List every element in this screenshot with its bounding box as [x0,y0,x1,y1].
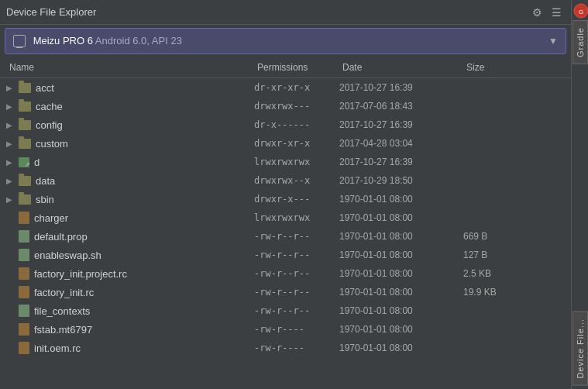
file-date: 1970-01-01 08:00 [339,268,463,279]
table-row[interactable]: init.oem.rc-rw-r----1970-01-01 08:00 [0,339,571,357]
file-name: sbin [36,194,54,205]
right-sidebar: G Gradle Device File... [571,0,588,389]
expand-arrow-icon[interactable]: ▶ [6,195,15,204]
table-row[interactable]: fstab.mt6797-rw-r----1970-01-01 08:00 [0,320,571,339]
file-permissions: dr-x------ [254,119,339,130]
table-row[interactable]: ▶acctdr-xr-xr-x2017-10-27 16:39 [0,78,571,97]
file-name: fstab.mt6797 [34,324,92,336]
file-size: 2.5 KB [463,268,525,279]
file-size: 669 B [463,231,525,242]
file-permissions: -rw-r--r-- [254,287,339,298]
file-date: 2017-10-29 18:50 [339,175,463,186]
file-date: 1970-01-01 08:00 [339,194,463,205]
gradle-logo: G [573,3,587,17]
folder-icon [19,120,31,130]
file-permissions: -rw-r---- [254,343,339,353]
file-date: 1970-01-01 08:00 [339,305,463,316]
expand-arrow-icon[interactable]: ▶ [6,121,15,129]
table-row[interactable]: ▶datadrwxrwx--x2017-10-29 18:50 [0,171,571,190]
table-row[interactable]: file_contexts-rw-r--r--1970-01-01 08:00 [0,301,571,320]
folder-icon [19,83,31,93]
table-row[interactable]: chargerlrwxrwxrwx1970-01-01 08:00 [0,208,571,227]
file-lock-icon [19,212,29,224]
table-row[interactable]: ▶customdrwxr-xr-x2017-04-28 03:04 [0,134,571,153]
header-date: Date [339,60,463,74]
file-size: 19.9 KB [463,287,525,298]
header-name: Name [6,60,254,74]
table-header: Name Permissions Date Size [0,57,571,78]
symlink-icon [19,157,29,167]
table-row[interactable]: ▶dlrwxrwxrwx2017-10-27 16:39 [0,153,571,171]
table-row[interactable]: ▶configdr-x------2017-10-27 16:39 [0,115,571,134]
file-permissions: -rw-r---- [254,324,339,335]
folder-icon [19,194,31,205]
file-name: charger [34,212,68,224]
main-panel: Device File Explorer ⚙ ☰ Meizu PRO 6 And… [0,0,571,389]
file-name: data [36,175,55,187]
expand-arrow-icon[interactable]: ▶ [6,177,15,185]
table-row[interactable]: factory_init.project.rc-rw-r--r--1970-01… [0,264,571,283]
file-lock-icon [19,323,29,336]
table-row[interactable]: enableswap.sh-rw-r--r--1970-01-01 08:001… [0,246,571,264]
file-icon [19,305,29,317]
table-row[interactable]: default.prop-rw-r--r--1970-01-01 08:0066… [0,227,571,246]
device-selector[interactable]: Meizu PRO 6 Android 6.0, API 23 ▼ [5,28,566,54]
file-list[interactable]: ▶acctdr-xr-xr-x2017-10-27 16:39▶cachedrw… [0,78,571,389]
file-name: custom [36,138,68,150]
folder-icon [19,176,31,186]
expand-arrow-icon[interactable]: ▶ [6,84,15,92]
device-file-tab[interactable]: Device File... [573,312,588,386]
file-name: d [34,157,40,168]
file-permissions: lrwxrwxrwx [254,212,339,223]
settings-icon[interactable]: ⚙ [529,5,545,20]
file-date: 2017-10-27 16:39 [339,82,463,93]
window-title: Device File Explorer [6,6,96,18]
expand-arrow-icon[interactable]: ▶ [6,102,15,111]
file-date: 2017-07-06 18:43 [339,101,463,112]
file-icon [19,230,29,243]
menu-icon[interactable]: ☰ [548,5,565,20]
device-name: Meizu PRO 6 [33,35,93,46]
file-name: acct [36,82,54,94]
file-permissions: drwxrwx--x [254,175,339,186]
expand-arrow-icon[interactable]: ▶ [6,139,15,148]
file-date: 1970-01-01 08:00 [339,250,463,260]
file-name: file_contexts [34,305,90,317]
title-bar: Device File Explorer ⚙ ☰ [0,0,571,25]
table-row[interactable]: factory_init.rc-rw-r--r--1970-01-01 08:0… [0,283,571,301]
file-name: init.oem.rc [34,343,81,354]
title-actions: ⚙ ☰ [529,5,565,20]
header-permissions: Permissions [254,60,339,74]
file-date: 1970-01-01 08:00 [339,324,463,335]
file-date: 1970-01-01 08:00 [339,343,463,353]
folder-icon [19,102,31,112]
file-permissions: -rw-r--r-- [254,231,339,242]
file-size: 127 B [463,250,525,260]
file-name: factory_init.project.rc [34,268,127,280]
table-row[interactable]: ▶sbindrwxr-x---1970-01-01 08:00 [0,190,571,208]
file-name: enableswap.sh [34,250,101,261]
expand-arrow-icon[interactable]: ▶ [6,158,15,167]
folder-icon [19,139,31,149]
file-lock-icon [19,267,29,280]
file-permissions: drwxrwx--- [254,101,339,112]
file-permissions: -rw-r--r-- [254,268,339,279]
file-name: cache [36,101,63,112]
device-label: Meizu PRO 6 Android 6.0, API 23 [13,35,182,48]
file-lock-icon [19,342,29,354]
file-date: 1970-01-01 08:00 [339,287,463,298]
file-icon [19,249,29,261]
file-permissions: drwxr-x--- [254,194,339,205]
file-name: default.prop [34,231,88,243]
device-chevron-icon: ▼ [548,36,558,46]
file-date: 2017-04-28 03:04 [339,138,463,149]
file-date: 1970-01-01 08:00 [339,212,463,223]
file-name: config [36,119,63,131]
file-permissions: -rw-r--r-- [254,305,339,316]
gradle-tab[interactable]: Gradle [573,20,588,64]
file-permissions: dr-xr-xr-x [254,82,339,93]
svg-text:G: G [578,9,583,15]
table-row[interactable]: ▶cachedrwxrwx---2017-07-06 18:43 [0,97,571,115]
file-permissions: drwxr-xr-x [254,138,339,149]
file-date: 2017-10-27 16:39 [339,157,463,167]
